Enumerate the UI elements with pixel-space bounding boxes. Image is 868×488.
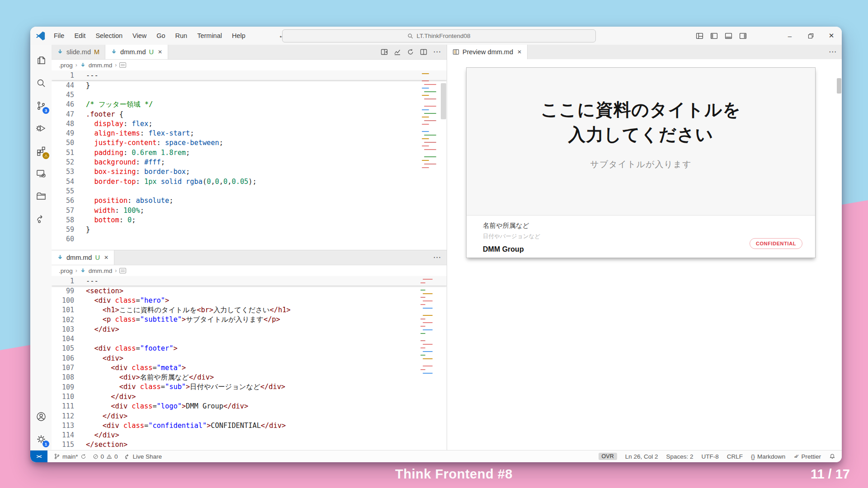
live-share-status[interactable]: Live Share — [124, 453, 162, 460]
menu-item-file[interactable]: File — [50, 31, 68, 41]
menu-item-help[interactable]: Help — [228, 31, 250, 41]
breadcrumb-file[interactable]: dmm.md — [89, 62, 113, 69]
menu-item-run[interactable]: Run — [171, 31, 192, 41]
code-line[interactable]: 53 box-sizing: border-box; — [52, 167, 420, 177]
code-line[interactable]: 58 bottom: 0; — [52, 215, 420, 225]
tab-close-icon[interactable]: ✕ — [158, 49, 162, 55]
more-actions-icon[interactable]: ⋯ — [433, 50, 441, 54]
source-control-icon[interactable]: 3 — [30, 94, 52, 117]
breadcrumb-root[interactable]: .prog — [59, 267, 73, 274]
code-line[interactable]: 54 border-top: 1px solid rgba(0,0,0,0.05… — [52, 177, 420, 186]
tab-preview-dmm[interactable]: Preview dmm.md ✕ — [447, 45, 528, 59]
eol-sequence[interactable]: CRLF — [727, 453, 743, 460]
code-line[interactable]: 102 <p class="subtitle">サブタイトルが入ります</p> — [52, 315, 420, 324]
tab-dmm-md-top[interactable]: dmm.md U ✕ — [105, 45, 168, 59]
encoding[interactable]: UTF-8 — [702, 453, 719, 460]
scrollbar-thumb[interactable] — [441, 83, 446, 119]
formatter-status[interactable]: ✓✓ Prettier — [793, 453, 821, 460]
folder-explorer-icon[interactable] — [30, 185, 52, 207]
code-line[interactable]: 106 <div> — [52, 353, 420, 363]
refresh-icon[interactable] — [407, 48, 414, 56]
sticky-line[interactable]: 1--- — [52, 70, 447, 80]
open-changes-icon[interactable] — [394, 48, 401, 56]
close-button[interactable]: ✕ — [821, 27, 842, 45]
minimap[interactable] — [420, 277, 440, 451]
code-editor-bottom[interactable]: 1--- 99<section>100 <div class="hero">10… — [52, 276, 447, 451]
code-line[interactable]: 101 <h1>ここに資料のタイトルを<br>入力してください</h1> — [52, 305, 420, 315]
tab-slide-md[interactable]: slide.md M — [52, 45, 105, 59]
code-line[interactable]: 115</section> — [52, 440, 420, 450]
menu-item-terminal[interactable]: Terminal — [193, 31, 226, 41]
explorer-icon[interactable] — [30, 49, 52, 72]
code-line[interactable]: 57 width: 100%; — [52, 206, 420, 215]
settings-gear-icon[interactable]: 1 — [30, 428, 52, 450]
code-line[interactable]: 108 <div>名前や所属など</div> — [52, 373, 420, 382]
code-line[interactable]: 107 <div class="meta"> — [52, 363, 420, 372]
code-line[interactable]: 50 justify-content: space-between; — [52, 138, 420, 148]
code-line[interactable]: 113 <div class="confidential">CONFIDENTI… — [52, 421, 420, 430]
tab-dmm-md-bottom[interactable]: dmm.md U ✕ — [52, 250, 114, 265]
symbol-section-icon[interactable] — [119, 62, 126, 68]
code-line[interactable]: 114 </div> — [52, 430, 420, 440]
code-line[interactable]: 47.footer { — [52, 109, 420, 119]
menu-item-view[interactable]: View — [128, 31, 151, 41]
code-line[interactable]: 100 <div class="hero"> — [52, 296, 420, 305]
code-line[interactable]: 48 display: flex; — [52, 119, 420, 128]
breadcrumb-file[interactable]: dmm.md — [89, 267, 113, 274]
code-line[interactable]: 49 align-items: flex-start; — [52, 128, 420, 138]
minimap[interactable] — [420, 71, 440, 250]
indentation[interactable]: Spaces: 2 — [666, 453, 693, 460]
code-line[interactable]: 46/* フッター領域 */ — [52, 100, 420, 109]
menu-item-go[interactable]: Go — [152, 31, 169, 41]
remote-explorer-icon[interactable] — [30, 162, 52, 185]
open-preview-side-icon[interactable] — [381, 48, 388, 56]
code-line[interactable]: 60 — [52, 235, 420, 244]
code-line[interactable]: 59} — [52, 225, 420, 234]
preview-scrollbar-thumb[interactable] — [837, 78, 841, 94]
more-actions-icon[interactable]: ⋯ — [829, 50, 837, 54]
toggle-secondary-sidebar-icon[interactable] — [739, 32, 747, 40]
code-editor-top[interactable]: 1--- 44}4546/* フッター領域 */47.footer {48 di… — [52, 70, 447, 250]
cursor-position[interactable]: Ln 26, Col 2 — [625, 453, 658, 460]
account-icon[interactable] — [30, 405, 52, 428]
code-line[interactable]: 45 — [52, 90, 420, 99]
code-line[interactable]: 44} — [52, 80, 420, 90]
search-sidebar-icon[interactable] — [30, 72, 52, 94]
menu-item-selection[interactable]: Selection — [91, 31, 127, 41]
sticky-line[interactable]: 1--- — [52, 276, 447, 286]
split-editor-icon[interactable] — [420, 48, 427, 56]
code-line[interactable]: 111 <div class="logo">DMM Group</div> — [52, 402, 420, 411]
problems-status[interactable]: 0 0 — [93, 453, 118, 460]
tab-close-icon[interactable]: ✕ — [104, 254, 108, 261]
toggle-primary-sidebar-icon[interactable] — [710, 32, 718, 40]
language-mode[interactable]: {} Markdown — [751, 453, 785, 460]
customize-layout-icon[interactable] — [696, 32, 703, 40]
toggle-panel-icon[interactable] — [725, 32, 732, 40]
code-line[interactable]: 109 <div class="sub">日付やバージョンなど</div> — [52, 382, 420, 392]
more-actions-icon[interactable]: ⋯ — [433, 255, 441, 260]
restore-button[interactable] — [800, 27, 821, 45]
run-debug-icon[interactable] — [30, 117, 52, 140]
code-line[interactable]: 52 background: #fff; — [52, 157, 420, 167]
menu-item-edit[interactable]: Edit — [70, 31, 90, 41]
command-center-search[interactable]: LT.ThinkFrontend08 — [282, 29, 596, 42]
remote-indicator[interactable]: >< — [30, 450, 47, 462]
code-line[interactable]: 105 <div class="footer"> — [52, 344, 420, 353]
git-branch-status[interactable]: main* — [54, 453, 86, 460]
code-line[interactable]: 51 padding: 0.6rem 1.8rem; — [52, 148, 420, 157]
live-share-icon[interactable] — [30, 207, 52, 230]
code-line[interactable]: 112 </div> — [52, 411, 420, 421]
symbol-section-icon[interactable] — [119, 268, 126, 273]
code-line[interactable]: 55 — [52, 186, 420, 196]
minimize-button[interactable]: – — [779, 27, 800, 45]
code-line[interactable]: 104 — [52, 334, 420, 343]
code-line[interactable]: 110 </div> — [52, 392, 420, 401]
breadcrumb-root[interactable]: .prog — [59, 62, 73, 69]
code-line[interactable]: 103 </div> — [52, 324, 420, 334]
code-rows[interactable]: 44}4546/* フッター領域 */47.footer {48 display… — [52, 80, 420, 250]
code-rows[interactable]: 99<section>100 <div class="hero">101 <h1… — [52, 286, 420, 451]
code-line[interactable]: 56 position: absolute; — [52, 196, 420, 206]
notifications-bell-icon[interactable] — [829, 453, 835, 460]
code-line[interactable]: 99<section> — [52, 286, 420, 296]
tab-close-icon[interactable]: ✕ — [517, 49, 522, 55]
